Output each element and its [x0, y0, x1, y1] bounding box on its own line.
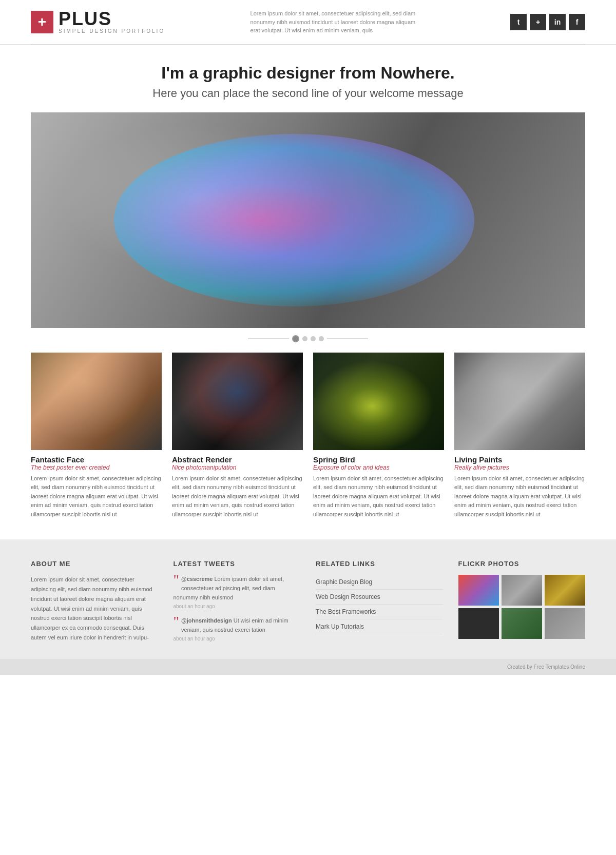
- portfolio-desc-2: Lorem ipsum dolor sit amet, consectetuer…: [172, 474, 303, 519]
- logo-text: PLUS SIMPLE DESIGN PORTFOLIO: [59, 10, 165, 34]
- portfolio-item-4: Living Paints Really alive pictures Lore…: [454, 353, 585, 519]
- tweet-2-text: " @johnsmithdesign Ut wisi enim ad minim…: [174, 616, 301, 634]
- portfolio-title-4: Living Paints: [454, 455, 585, 464]
- flickr-thumb-1[interactable]: [458, 575, 499, 606]
- tweet-quote-icon-2: ": [174, 616, 179, 627]
- logo-area: + PLUS SIMPLE DESIGN PORTFOLIO: [31, 10, 165, 34]
- slider-dot-3[interactable]: [311, 336, 316, 341]
- linkedin-icon[interactable]: in: [549, 14, 566, 30]
- portfolio-item-2: Abstract Render Nice photomanipulation L…: [172, 353, 303, 519]
- footer-tweets: LATEST TWEETS " @csscreme Lorem ipsum do…: [174, 560, 301, 649]
- slider-dot-4[interactable]: [319, 336, 324, 341]
- header: + PLUS SIMPLE DESIGN PORTFOLIO Lorem ips…: [0, 0, 616, 45]
- portfolio-desc-3: Lorem ipsum dolor sit amet, consectetuer…: [313, 474, 444, 519]
- portfolio-title-2: Abstract Render: [172, 455, 303, 464]
- footer-links-title: RELATED LINKS: [316, 560, 443, 568]
- header-description: Lorem ipsum dolor sit amet, consectetuer…: [251, 9, 425, 35]
- slider-dot-2[interactable]: [302, 336, 307, 341]
- flickr-thumb-5[interactable]: [502, 608, 542, 639]
- tweet-2-time: about an hour ago: [174, 636, 301, 642]
- footer-flickr-title: FLICKR PHOTOS: [458, 560, 586, 568]
- hero-section: I'm a graphic designer from Nowhere. Her…: [0, 45, 616, 112]
- flickr-thumb-2[interactable]: [502, 575, 542, 606]
- slider-nav: [31, 328, 585, 353]
- tweet-2-handle: @johnsmithdesign: [181, 617, 232, 624]
- footer-links: RELATED LINKS Graphic Design Blog Web De…: [316, 560, 443, 649]
- related-link-3[interactable]: The Best Frameworks: [316, 605, 443, 619]
- footer-about: ABOUT ME Lorem ipsum dolor sit amet, con…: [31, 560, 158, 649]
- hero-subtitle: Here you can place the second line of yo…: [31, 87, 585, 100]
- slider-section: [31, 112, 585, 353]
- portfolio-subtitle-3: Exposure of color and ideas: [313, 464, 444, 471]
- slider-image: [31, 112, 585, 328]
- portfolio-image-4[interactable]: [454, 353, 585, 450]
- slider-dot-1[interactable]: [292, 335, 299, 342]
- portfolio-title-1: Fantastic Face: [31, 455, 162, 464]
- footer-about-text: Lorem ipsum dolor sit amet, consectetuer…: [31, 575, 158, 642]
- footer-credit: Created by Free Templates Online: [507, 664, 585, 670]
- flickr-thumb-3[interactable]: [545, 575, 585, 606]
- tweet-1-time: about an hour ago: [174, 604, 301, 609]
- portfolio-section: Fantastic Face The best poster ever crea…: [0, 353, 616, 540]
- portfolio-desc-4: Lorem ipsum dolor sit amet, consectetuer…: [454, 474, 585, 519]
- tweet-2: " @johnsmithdesign Ut wisi enim ad minim…: [174, 616, 301, 642]
- portfolio-subtitle-4: Really alive pictures: [454, 464, 585, 471]
- logo-icon: +: [31, 11, 53, 33]
- portfolio-image-1[interactable]: [31, 353, 162, 450]
- portfolio-item-3: Spring Bird Exposure of color and ideas …: [313, 353, 444, 519]
- tweet-1-text: " @csscreme Lorem ipsum dolor sit amet, …: [174, 575, 301, 602]
- facebook-icon[interactable]: f: [569, 14, 585, 30]
- flickr-thumb-4[interactable]: [458, 608, 499, 639]
- footer-tweets-title: LATEST TWEETS: [174, 560, 301, 568]
- flickr-thumb-6[interactable]: [545, 608, 585, 639]
- related-link-1[interactable]: Graphic Design Blog: [316, 575, 443, 590]
- portfolio-desc-1: Lorem ipsum dolor sit amet, consectetuer…: [31, 474, 162, 519]
- flickr-grid: [458, 575, 586, 639]
- portfolio-subtitle-1: The best poster ever created: [31, 464, 162, 471]
- portfolio-subtitle-2: Nice photomanipulation: [172, 464, 303, 471]
- related-link-4[interactable]: Mark Up Tutorials: [316, 619, 443, 634]
- portfolio-title-3: Spring Bird: [313, 455, 444, 464]
- footer-about-title: ABOUT ME: [31, 560, 158, 568]
- twitter-icon[interactable]: t: [510, 14, 527, 30]
- tweet-1: " @csscreme Lorem ipsum dolor sit amet, …: [174, 575, 301, 609]
- portfolio-image-3[interactable]: [313, 353, 444, 450]
- related-link-2[interactable]: Web Design Resources: [316, 590, 443, 605]
- googleplus-icon[interactable]: +: [530, 14, 546, 30]
- slider-artwork: [31, 112, 585, 328]
- logo-tagline: SIMPLE DESIGN PORTFOLIO: [59, 28, 165, 34]
- portfolio-item-1: Fantastic Face The best poster ever crea…: [31, 353, 162, 519]
- social-icons-group: t + in f: [510, 14, 585, 30]
- footer-bottom: Created by Free Templates Online: [0, 659, 616, 675]
- slider-line-right: [327, 338, 368, 339]
- tweet-1-handle: @csscreme: [181, 576, 213, 582]
- footer: ABOUT ME Lorem ipsum dolor sit amet, con…: [0, 539, 616, 675]
- slider-line-left: [248, 338, 289, 339]
- logo-name: PLUS: [59, 10, 165, 28]
- hero-title: I'm a graphic designer from Nowhere.: [31, 64, 585, 83]
- tweet-quote-icon-1: ": [174, 575, 179, 585]
- footer-flickr: FLICKR PHOTOS: [458, 560, 586, 649]
- portfolio-image-2[interactable]: [172, 353, 303, 450]
